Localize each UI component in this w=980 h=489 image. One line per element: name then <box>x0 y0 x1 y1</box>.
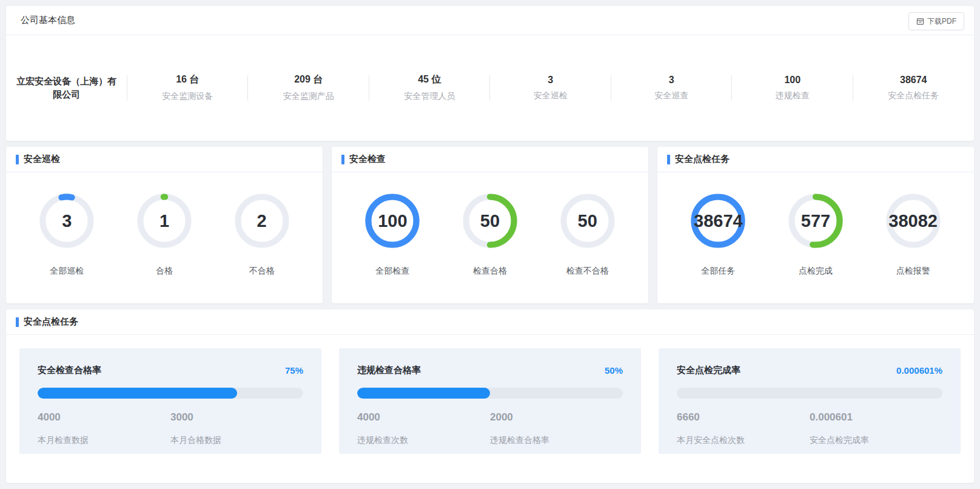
panel-title: 违规检查合格率 <box>357 365 421 376</box>
donut-tasks-alarm: 38082 点检报警 <box>885 193 941 277</box>
card-title: 安全检查 <box>349 153 386 165</box>
donut-qualified: 1 合格 <box>136 193 192 277</box>
panel-percent: 75% <box>285 365 303 376</box>
panel-stat: 4000 本月检查数据 <box>38 411 170 446</box>
card-title: 安全点检任务 <box>675 153 730 165</box>
panel-stat: 6660 本月安全点检次数 <box>677 411 810 446</box>
panel-violation-pass-rate: 违规检查合格率 50% 4000 违规检查次数 2000 违规检查合格率 <box>339 348 641 454</box>
donut-area: 3 全部巡检 1 合格 2 不合格 <box>6 172 323 277</box>
stat-violation-checks: 100 违规检查 <box>732 75 853 101</box>
panel-title: 安全检查合格率 <box>38 365 101 376</box>
donut-chart: 100 <box>364 193 420 249</box>
panel-title: 安全点检完成率 <box>677 365 740 376</box>
donut-unqualified: 2 不合格 <box>234 193 290 277</box>
progress-body: 安全检查合格率 75% 4000 本月检查数据 3000 本月合格数据 违规检查… <box>6 335 974 454</box>
panel-stat: 0.000601 安全点检完成率 <box>810 411 942 446</box>
card-title: 安全巡检 <box>24 153 60 165</box>
company-stats-row: 立宏安全设备（上海）有限公司 16 台 安全监测设备 209 台 安全监测产品 … <box>6 35 974 140</box>
donut-check-qualified: 50 检查合格 <box>462 193 518 277</box>
donut-area: 100 全部检查 50 检查合格 50 检查不合格 <box>332 172 648 277</box>
accent-bar <box>341 155 344 164</box>
progress-section-title: 安全点检任务 <box>24 316 78 328</box>
donut-tasks-done: 577 点检完成 <box>788 193 844 277</box>
stat-monitor-products: 209 台 安全监测产品 <box>248 73 369 102</box>
company-info-header: 公司基本信息 <box>6 6 974 35</box>
company-info-card: 公司基本信息 下载PDF 立宏安全设备（上海）有限公司 16 台 安全监测设备 … <box>6 6 974 141</box>
stat-monitor-devices: 16 台 安全监测设备 <box>127 73 249 102</box>
donut-chart: 577 <box>788 193 844 249</box>
donut-check-unqualified: 50 检查不合格 <box>560 193 616 277</box>
stat-safety-inspections: 3 安全巡检 <box>490 75 611 101</box>
donut-chart: 2 <box>234 193 290 249</box>
progress-bar <box>38 388 303 399</box>
donut-chart: 3 <box>39 193 95 249</box>
card-spot-check-tasks: 安全点检任务 38674 全部任务 577 点检完成 3808 <box>657 147 974 303</box>
donut-chart: 38082 <box>885 193 941 249</box>
panel-check-pass-rate: 安全检查合格率 75% 4000 本月检查数据 3000 本月合格数据 <box>19 348 321 454</box>
stat-spot-check-tasks: 38674 安全点检任务 <box>853 75 975 101</box>
panel-stat: 2000 违规检查合格率 <box>490 411 623 446</box>
donut-chart: 38674 <box>690 193 746 249</box>
donut-all-checks: 100 全部检查 <box>364 193 420 277</box>
donut-chart: 1 <box>136 193 192 249</box>
company-name-item: 立宏安全设备（上海）有限公司 <box>6 75 127 101</box>
company-info-title: 公司基本信息 <box>21 15 75 26</box>
accent-bar <box>16 317 19 327</box>
card-safety-inspection-header: 安全巡检 <box>6 147 323 172</box>
progress-section-card: 安全点检任务 安全检查合格率 75% 4000 本月检查数据 3000 本月合格… <box>6 309 974 483</box>
panel-spot-check-completion-rate: 安全点检完成率 0.000601% 6660 本月安全点检次数 0.000601… <box>659 348 961 454</box>
panel-percent: 50% <box>605 365 623 376</box>
donut-chart: 50 <box>560 193 616 249</box>
progress-section-header: 安全点检任务 <box>6 309 974 335</box>
progress-bar <box>357 388 623 399</box>
stat-safety-patrols: 3 安全巡查 <box>611 75 733 101</box>
company-name: 立宏安全设备（上海）有限公司 <box>15 75 119 101</box>
panel-stat: 3000 本月合格数据 <box>170 411 303 446</box>
accent-bar <box>667 155 670 164</box>
download-pdf-button[interactable]: 下载PDF <box>908 12 964 30</box>
download-pdf-label: 下载PDF <box>927 16 956 27</box>
stat-safety-managers: 45 位 安全管理人员 <box>369 73 491 102</box>
card-safety-check-header: 安全检查 <box>332 147 648 172</box>
download-icon <box>916 18 924 25</box>
donut-chart: 50 <box>462 193 518 249</box>
donut-all-tasks: 38674 全部任务 <box>690 193 746 277</box>
progress-bar <box>677 388 942 399</box>
card-safety-inspection: 安全巡检 3 全部巡检 1 合格 2 <box>6 147 323 303</box>
donut-cards-row: 安全巡检 3 全部巡检 1 合格 2 <box>6 147 974 303</box>
donut-all-inspections: 3 全部巡检 <box>39 193 95 277</box>
accent-bar <box>16 155 19 164</box>
panel-percent: 0.000601% <box>896 365 942 376</box>
card-spot-check-tasks-header: 安全点检任务 <box>657 147 974 172</box>
donut-area: 38674 全部任务 577 点检完成 38082 点检报警 <box>657 172 974 277</box>
card-safety-check: 安全检查 100 全部检查 50 检查合格 50 <box>332 147 648 303</box>
panel-stat: 4000 违规检查次数 <box>357 411 490 446</box>
